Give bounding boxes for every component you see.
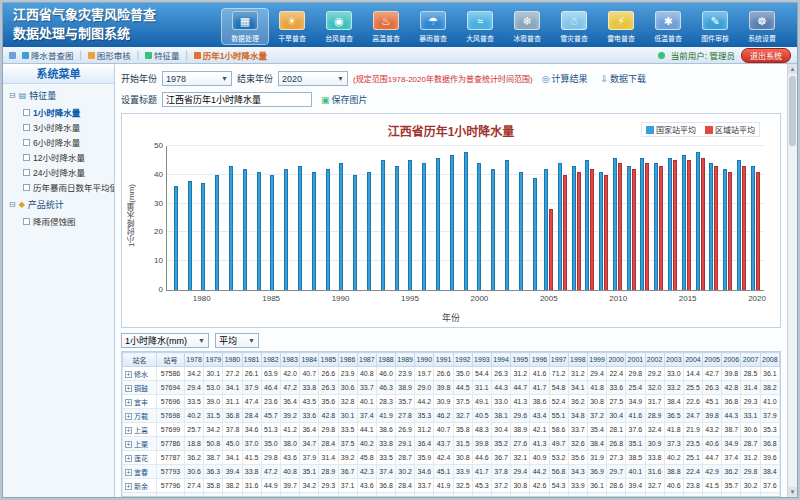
aggregation-select[interactable]: 平均 ▼ xyxy=(215,333,259,348)
national-bar-2013[interactable] xyxy=(654,163,658,290)
expand-icon[interactable]: + xyxy=(125,427,132,434)
chart-title-input[interactable] xyxy=(162,92,312,107)
logout-button[interactable]: 退出系统 xyxy=(741,48,791,63)
start-year-select[interactable]: 1978 ▼ xyxy=(162,71,232,86)
station-name-cell[interactable]: +上高 xyxy=(123,423,157,437)
download-button[interactable]: ⇩ 数据下载 xyxy=(597,70,651,87)
regional-bar-2013[interactable] xyxy=(659,166,663,290)
checkbox-icon[interactable] xyxy=(23,124,30,131)
toolbar-item-drought[interactable]: ☀干旱普查 xyxy=(269,9,315,44)
tab-1[interactable]: 降水普查图 xyxy=(22,49,74,61)
national-bar-2010[interactable] xyxy=(613,158,617,290)
national-bar-1989[interactable] xyxy=(326,169,330,290)
national-bar-2016[interactable] xyxy=(696,152,700,290)
expand-icon[interactable]: + xyxy=(125,469,132,476)
toolbar-item-lightning[interactable]: ⚡雷电普查 xyxy=(598,9,644,44)
national-bar-1996[interactable] xyxy=(422,163,426,290)
toolbar-item-rainstorm[interactable]: ☂暴雨普查 xyxy=(410,9,456,44)
end-year-select[interactable]: 2020 ▼ xyxy=(278,71,348,86)
national-bar-2004[interactable] xyxy=(533,178,537,290)
sidebar-item[interactable]: 12小时降水量 xyxy=(3,148,114,163)
national-bar-2008[interactable] xyxy=(585,160,589,290)
regional-bar-2008[interactable] xyxy=(590,169,594,290)
national-bar-1987[interactable] xyxy=(298,166,302,290)
national-bar-2019[interactable] xyxy=(737,160,741,290)
checkbox-icon[interactable] xyxy=(23,139,30,146)
regional-bar-2020[interactable] xyxy=(756,172,760,290)
calculate-button[interactable]: ◎ 计算结果 xyxy=(538,70,592,87)
national-bar-1986[interactable] xyxy=(284,169,288,290)
expander-icon[interactable]: ⊟ xyxy=(9,91,16,100)
scrollbar-track[interactable] xyxy=(788,74,797,487)
national-bar-1998[interactable] xyxy=(450,155,454,290)
station-name-cell[interactable]: +万载 xyxy=(123,409,157,423)
checkbox-icon[interactable] xyxy=(23,184,30,191)
national-bar-1992[interactable] xyxy=(367,172,371,290)
expander-icon[interactable]: ⊟ xyxy=(9,200,16,209)
national-bar-1984[interactable] xyxy=(257,172,261,290)
expand-icon[interactable]: + xyxy=(125,483,132,490)
regional-bar-2017[interactable] xyxy=(714,166,718,290)
sidebar-item[interactable]: 24小时降水量 xyxy=(3,163,114,178)
station-name-cell[interactable]: +宜丰 xyxy=(123,395,157,409)
national-bar-1999[interactable] xyxy=(464,152,468,290)
station-name-cell[interactable]: +樟树 xyxy=(123,493,157,498)
national-bar-2018[interactable] xyxy=(723,169,727,290)
national-bar-1985[interactable] xyxy=(270,175,274,290)
checkbox-icon[interactable] xyxy=(23,109,30,116)
national-bar-1983[interactable] xyxy=(243,169,247,290)
regional-bar-2005[interactable] xyxy=(549,209,553,290)
national-bar-1979[interactable] xyxy=(188,181,192,290)
station-name-cell[interactable]: +修水 xyxy=(123,367,157,381)
regional-bar-2018[interactable] xyxy=(728,172,732,290)
national-bar-1991[interactable] xyxy=(353,175,357,290)
scroll-up-arrow[interactable]: ▲ xyxy=(788,64,797,74)
national-bar-2007[interactable] xyxy=(572,166,576,290)
regional-bar-2011[interactable] xyxy=(632,169,636,290)
toolbar-item-snow[interactable]: ☃雪灾普查 xyxy=(551,9,597,44)
national-bar-2020[interactable] xyxy=(751,166,755,290)
metric-select[interactable]: 1小时降水(mm) ▼ xyxy=(121,333,209,348)
expand-icon[interactable]: + xyxy=(125,385,132,392)
sidebar-item[interactable]: 3小时降水量 xyxy=(3,118,114,133)
national-bar-2012[interactable] xyxy=(640,158,644,290)
national-bar-1994[interactable] xyxy=(395,166,399,290)
toolbar-item-frost[interactable]: ✱低温普查 xyxy=(645,9,691,44)
station-name-cell[interactable]: +铜鼓 xyxy=(123,381,157,395)
regional-bar-2010[interactable] xyxy=(618,163,622,290)
expand-icon[interactable]: + xyxy=(125,399,132,406)
expand-icon[interactable]: + xyxy=(125,371,132,378)
station-data-table-wrap[interactable]: 站名站号197819791980198119821983198419851986… xyxy=(121,351,781,497)
toolbar-item-typhoon[interactable]: ◉台风普查 xyxy=(316,9,362,44)
national-bar-2003[interactable] xyxy=(519,172,523,290)
toolbar-item-heat[interactable]: ♨高温普查 xyxy=(363,9,409,44)
regional-bar-2007[interactable] xyxy=(577,172,581,290)
checkbox-icon[interactable] xyxy=(23,169,30,176)
sidebar-item[interactable]: 历年暴雨日数年平均值 xyxy=(3,178,114,193)
regional-bar-2015[interactable] xyxy=(687,160,691,290)
national-bar-2002[interactable] xyxy=(505,160,509,290)
national-bar-2006[interactable] xyxy=(558,163,562,290)
national-bar-1993[interactable] xyxy=(381,160,385,290)
sidebar-item[interactable]: 6小时降水量 xyxy=(3,133,114,148)
expand-icon[interactable]: + xyxy=(125,441,132,448)
tab-3[interactable]: 特征量 xyxy=(145,49,180,61)
national-bar-1995[interactable] xyxy=(408,160,412,290)
national-bar-2014[interactable] xyxy=(668,158,672,290)
sidebar-item[interactable]: 1小时降水量 xyxy=(3,103,114,118)
station-name-cell[interactable]: +莲花 xyxy=(123,451,157,465)
national-bar-1981[interactable] xyxy=(215,175,219,290)
national-bar-1980[interactable] xyxy=(201,183,205,290)
national-bar-2011[interactable] xyxy=(627,166,631,290)
save-image-button[interactable]: ▣ 保存图片 xyxy=(317,91,372,108)
station-name-cell[interactable]: +新余 xyxy=(123,479,157,493)
tab-4[interactable]: 历年1小时降水量 xyxy=(194,49,267,61)
national-bar-2009[interactable] xyxy=(599,172,603,290)
sidebar-group[interactable]: ⊟◆产品统计 xyxy=(3,193,114,212)
toolbar-item-wind[interactable]: ≈大风普查 xyxy=(457,9,503,44)
regional-bar-2012[interactable] xyxy=(645,163,649,290)
national-bar-2017[interactable] xyxy=(709,163,713,290)
national-bar-2015[interactable] xyxy=(682,155,686,290)
tab-2[interactable]: 图形审核 xyxy=(88,49,131,61)
expand-icon[interactable]: + xyxy=(125,455,132,462)
